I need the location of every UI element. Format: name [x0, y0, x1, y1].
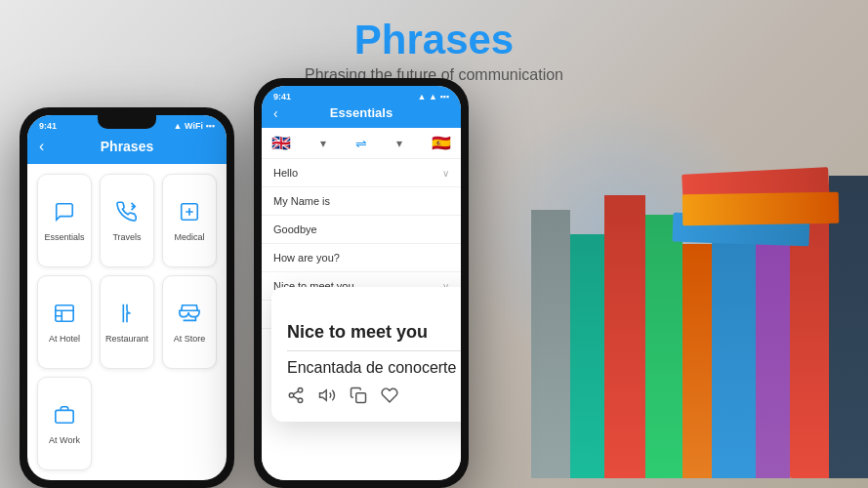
grid-item-medical[interactable]: Medical [162, 174, 217, 267]
grid-item-work[interactable]: At Work [37, 377, 92, 470]
lang-dropdown-from[interactable]: ▾ [320, 137, 326, 150]
phrase-action-bar [287, 386, 461, 408]
phrase-spanish: Encantada de conocerte [287, 359, 461, 377]
essentials-title: Essentials [330, 105, 393, 120]
phone-2-icons: ▲ ▲ ▪▪▪ [418, 92, 449, 102]
essentials-status-bar: 9:41 ▲ ▲ ▪▪▪ [273, 92, 449, 102]
phones-area: 9:41 ▲ WiFi ▪▪▪ ‹ Phrases Essentials [20, 78, 469, 488]
books-background [497, 59, 868, 478]
essentials-label: Essentials [44, 232, 84, 242]
svg-rect-3 [56, 410, 73, 423]
phrase-divider [287, 350, 461, 351]
grid-item-store[interactable]: At Store [162, 275, 217, 369]
grid-item-restaurant[interactable]: Restaurant [100, 275, 154, 369]
travels-icon [116, 201, 138, 228]
phone-2: 9:41 ▲ ▲ ▪▪▪ ‹ Essentials 🇬🇧 ▾ ⇌ ▾ 🇪🇸 He… [254, 78, 469, 488]
phone-1-icons: ▲ WiFi ▪▪▪ [174, 121, 215, 131]
phone-2-time: 9:41 [273, 92, 291, 102]
app-title: Phrases [0, 18, 868, 62]
phrase-item-goodbye[interactable]: Goodbye [262, 216, 461, 244]
phrase-text-howareyou: How are you? [273, 252, 340, 264]
grid-item-travels[interactable]: Travels [100, 174, 154, 267]
store-icon [179, 303, 200, 330]
svg-point-6 [298, 398, 303, 403]
phrase-item-howareyou[interactable]: How are you? [262, 244, 461, 272]
lang-swap-icon[interactable]: ⇌ [355, 136, 367, 151]
svg-line-8 [293, 391, 298, 394]
svg-rect-1 [56, 305, 73, 322]
phone-1-title: Phrases [101, 139, 153, 154]
lang-to-flag: 🇪🇸 [432, 134, 451, 152]
work-label: At Work [49, 435, 80, 445]
phrase-item-hello[interactable]: Hello ∨ [262, 159, 461, 187]
travels-label: Travels [112, 232, 141, 242]
phone-1-back-icon[interactable]: ‹ [39, 138, 44, 155]
essentials-header: 9:41 ▲ ▲ ▪▪▪ ‹ Essentials [262, 86, 461, 128]
share-icon[interactable] [287, 386, 305, 408]
phone-1-header: ‹ Phrases [27, 133, 227, 164]
expand-header: ∧ [287, 301, 461, 316]
phrase-chevron-hello: ∨ [442, 168, 449, 179]
phrase-text-myname: My Name is [273, 195, 330, 207]
phrase-item-myname[interactable]: My Name is [262, 187, 461, 216]
copy-icon[interactable] [350, 386, 367, 408]
heart-icon[interactable] [381, 386, 398, 408]
lang-from-flag: 🇬🇧 [271, 134, 291, 152]
restaurant-icon [116, 303, 138, 330]
essentials-back-icon[interactable]: ‹ [273, 105, 278, 121]
grid-item-essentials[interactable]: Essentials [37, 174, 92, 267]
svg-rect-10 [356, 393, 366, 403]
essentials-title-row: ‹ Essentials [273, 105, 449, 120]
header-area: Phrases Phrasing the future of communica… [0, 18, 868, 84]
svg-marker-9 [320, 390, 327, 401]
hotel-label: At Hotel [49, 334, 80, 344]
work-icon [54, 404, 75, 431]
phone-2-screen: 9:41 ▲ ▲ ▪▪▪ ‹ Essentials 🇬🇧 ▾ ⇌ ▾ 🇪🇸 He… [262, 86, 461, 480]
phone-1: 9:41 ▲ WiFi ▪▪▪ ‹ Phrases Essentials [20, 107, 234, 488]
grid-item-hotel[interactable]: At Hotel [37, 275, 92, 369]
phone-1-grid: Essentials Travels Medical [27, 164, 227, 480]
phrase-english: Nice to meet you [287, 322, 461, 343]
store-label: At Store [174, 334, 206, 344]
phone-1-notch [98, 115, 156, 129]
hotel-icon [54, 303, 75, 330]
restaurant-label: Restaurant [105, 334, 148, 344]
volume-icon[interactable] [318, 386, 336, 408]
essentials-icon [54, 201, 75, 228]
phrase-text-goodbye: Goodbye [273, 224, 317, 235]
medical-label: Medical [175, 232, 205, 242]
svg-line-7 [293, 396, 298, 399]
medical-icon [179, 201, 200, 228]
expanded-phrase-card: ∧ Nice to meet you Encantada de conocert… [271, 287, 461, 422]
phrase-text-hello: Hello [273, 167, 298, 179]
language-selector-row[interactable]: 🇬🇧 ▾ ⇌ ▾ 🇪🇸 [262, 128, 461, 159]
svg-point-5 [289, 393, 294, 398]
phone-1-screen: 9:41 ▲ WiFi ▪▪▪ ‹ Phrases Essentials [27, 115, 227, 480]
lang-dropdown-to[interactable]: ▾ [396, 137, 402, 150]
phone-1-time: 9:41 [39, 121, 57, 131]
svg-point-4 [298, 388, 303, 393]
